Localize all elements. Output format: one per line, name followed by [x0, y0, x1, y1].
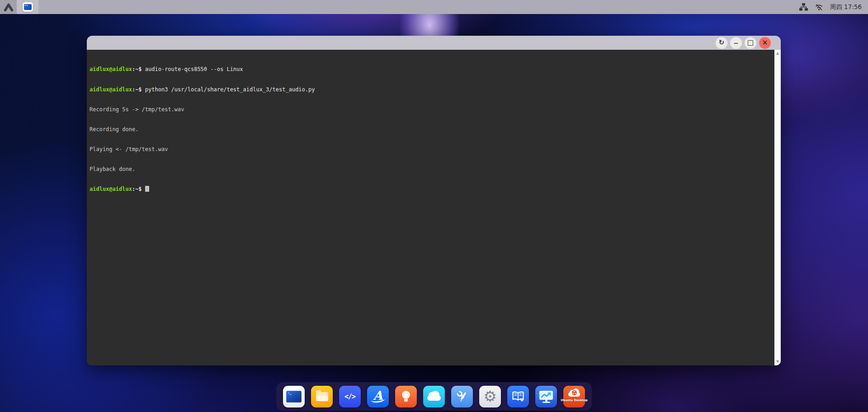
terminal-line: Recording 5s -> /tmp/test.wav [90, 106, 774, 113]
ubuntu-cloud-icon [568, 392, 580, 397]
wired-network-icon[interactable] [799, 3, 808, 11]
dock-item-code-editor[interactable]: </> [339, 386, 361, 407]
clock[interactable]: 周四 17:56 [830, 3, 862, 11]
terminal-window-icon [23, 2, 33, 12]
aidlux-logo-icon [3, 2, 14, 13]
ubuntu-desktop-label: Ubuntu Desktop [561, 398, 587, 402]
wrench-pencil-icon [455, 390, 469, 403]
dock-item-docs[interactable] [507, 386, 529, 407]
open-book-icon [511, 391, 525, 403]
terminal-line: Playing <- /tmp/test.wav [90, 146, 774, 153]
code-icon: </> [344, 393, 355, 401]
maximize-button[interactable] [745, 37, 756, 49]
aidlux-menu-button[interactable] [0, 0, 17, 14]
system-tray: 周四 17:56 [799, 3, 868, 11]
dock-item-ubuntu-desktop[interactable]: Ubuntu Desktop [563, 386, 585, 407]
dock-item-toolbox[interactable] [451, 386, 473, 407]
desktop-wallpaper: 周四 17:56 ↻ − × aidlux@aidlux:~$audio-rou… [0, 0, 868, 412]
dock-item-terminal[interactable]: ›_ [283, 386, 305, 407]
monitor-chart-icon [539, 391, 553, 400]
dock-item-files[interactable] [311, 386, 333, 407]
reload-button[interactable]: ↻ [716, 37, 727, 49]
terminal-line: aidlux@aidlux:~$audio-route-qcs8550 --os… [90, 66, 774, 73]
lightbulb-icon [402, 391, 410, 399]
terminal-body: aidlux@aidlux:~$audio-route-qcs8550 --os… [87, 50, 781, 365]
terminal-line: Recording done. [90, 126, 774, 133]
dock-item-settings[interactable]: ⚙ [479, 386, 501, 407]
close-button[interactable]: × [759, 37, 771, 49]
folder-icon [316, 392, 328, 401]
dock-item-app-center[interactable]: A [367, 386, 389, 407]
gear-icon: ⚙ [483, 386, 497, 407]
scrollbar[interactable]: ▲ ▼ [774, 50, 781, 365]
minimize-icon: − [733, 40, 739, 46]
window-titlebar[interactable]: ↻ − × [87, 36, 781, 50]
ubuntu-logo-icon [572, 390, 577, 395]
terminal-output-area[interactable]: aidlux@aidlux:~$audio-route-qcs8550 --os… [87, 50, 774, 365]
close-icon: × [762, 39, 768, 46]
scroll-down-icon[interactable]: ▼ [776, 360, 779, 364]
dock-item-cloud[interactable] [423, 386, 445, 407]
terminal-line: Playback done. [90, 166, 774, 173]
terminal-icon: ›_ [286, 391, 302, 403]
wifi-off-icon[interactable] [815, 4, 823, 11]
minimize-button[interactable]: − [730, 37, 742, 49]
dock-item-ideas[interactable] [395, 386, 417, 407]
top-bar: 周四 17:56 [0, 0, 868, 14]
dock-item-system-monitor[interactable] [535, 386, 557, 407]
terminal-cursor [145, 186, 149, 192]
cloud-icon [427, 395, 441, 401]
terminal-prompt-line: aidlux@aidlux:~$ [90, 186, 774, 193]
terminal-window: ↻ − × aidlux@aidlux:~$audio-route-qcs855… [87, 36, 781, 365]
maximize-icon [748, 40, 753, 46]
terminal-line: aidlux@aidlux:~$python3 /usr/local/share… [90, 86, 774, 93]
scroll-up-icon[interactable]: ▲ [776, 52, 779, 55]
dock: ›_ </> A ⚙ [276, 382, 592, 411]
taskbar-active-terminal-app[interactable] [17, 0, 38, 14]
reload-icon: ↻ [719, 39, 725, 46]
